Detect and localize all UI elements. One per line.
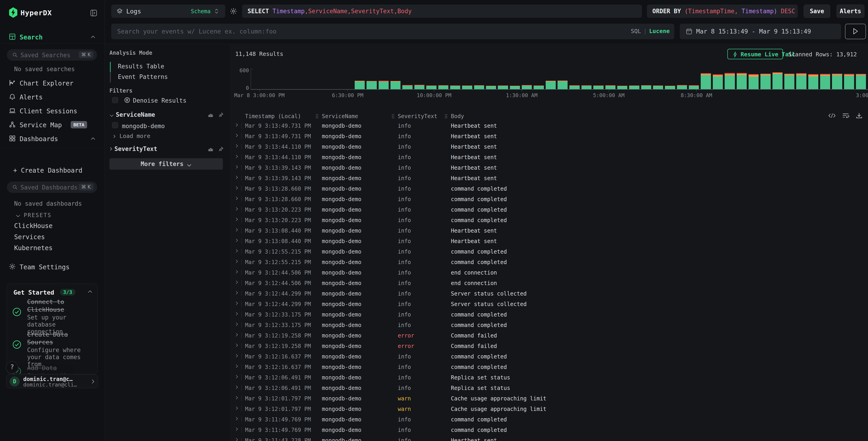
table-row[interactable]: Mar 9 3:13:44.110 PMmongodb-demoinfoHear… (231, 152, 868, 163)
table-row[interactable]: Mar 9 3:12:19.258 PMmongodb-demoerrorCom… (231, 330, 868, 341)
column-timestamp[interactable]: Timestamp (Local) (245, 113, 301, 119)
table-row[interactable]: Mar 9 3:12:16.637 PMmongodb-demoinfocomm… (231, 351, 868, 362)
expand-chevron-icon[interactable] (235, 322, 239, 326)
expand-chevron-icon[interactable] (235, 427, 239, 432)
more-filters-button[interactable]: More filters (110, 158, 223, 170)
bar-chart-icon[interactable] (208, 146, 214, 152)
expand-chevron-icon[interactable] (235, 437, 239, 441)
sidebar-item-team-settings[interactable]: Team Settings (0, 260, 105, 273)
wrap-lines-icon[interactable] (842, 112, 849, 119)
table-row[interactable]: Mar 9 3:12:44.506 PMmongodb-demoinfoend … (231, 278, 868, 288)
expand-chevron-icon[interactable] (235, 165, 239, 169)
expand-chevron-icon[interactable] (235, 312, 239, 316)
table-row[interactable]: Mar 9 3:13:08.440 PMmongodb-demoinfoHear… (231, 225, 868, 236)
drag-handle-icon[interactable] (392, 114, 395, 119)
sidebar-item-dashboards[interactable]: Dashboards (0, 132, 105, 145)
lucene-search-input[interactable]: Search your events w/ Lucene ex. column:… (111, 24, 674, 39)
sidebar-collapse-icon[interactable] (90, 9, 98, 17)
servicename-option-checkbox[interactable] (112, 122, 118, 128)
expand-chevron-icon[interactable] (235, 332, 239, 337)
table-row[interactable]: Mar 9 3:13:20.223 PMmongodb-demoinfocomm… (231, 215, 868, 225)
orderby-input[interactable]: ORDER BY (TimestampTime, Timestamp) DESC (647, 5, 798, 18)
table-row[interactable]: Mar 9 3:12:33.175 PMmongodb-demoinfocomm… (231, 320, 868, 330)
expand-chevron-icon[interactable] (235, 133, 239, 138)
date-range-picker[interactable]: Mar 8 15:13:49 - Mar 9 15:13:49 (680, 24, 841, 39)
table-row[interactable]: Mar 9 3:11:49.769 PMmongodb-demoinfocomm… (231, 414, 868, 424)
expand-chevron-icon[interactable] (235, 259, 239, 264)
save-button[interactable]: Save (804, 5, 830, 18)
expand-chevron-icon[interactable] (235, 343, 239, 348)
table-row[interactable]: Mar 9 3:12:44.506 PMmongodb-demoinfoend … (231, 267, 868, 278)
servicename-option-label[interactable]: mongodb-demo (122, 123, 165, 129)
presets-header[interactable]: PRESETS (16, 212, 52, 218)
chevron-up-icon[interactable] (87, 290, 93, 293)
denoise-label[interactable]: Denoise Results (133, 97, 186, 104)
analysis-option-results-table[interactable]: Results Table (118, 63, 164, 70)
expand-chevron-icon[interactable] (235, 406, 239, 410)
expand-chevron-icon[interactable] (235, 269, 239, 274)
expand-chevron-icon[interactable] (235, 154, 239, 159)
sidebar-item-alerts[interactable]: Alerts (0, 90, 105, 103)
bar-chart-icon[interactable] (208, 112, 214, 118)
table-row[interactable]: Mar 9 3:13:08.440 PMmongodb-demoinfoHear… (231, 236, 868, 246)
table-row[interactable]: Mar 9 3:13:28.660 PMmongodb-demoinfocomm… (231, 183, 868, 194)
lucene-option[interactable]: Lucene (649, 28, 670, 34)
help-button[interactable]: ? (6, 361, 18, 374)
expand-chevron-icon[interactable] (235, 186, 239, 190)
table-row[interactable]: Mar 9 3:13:28.660 PMmongodb-demoinfocomm… (231, 194, 868, 204)
expand-chevron-icon[interactable] (235, 291, 239, 295)
table-row[interactable]: Mar 9 3:13:39.143 PMmongodb-demoinfoHear… (231, 173, 868, 183)
filter-group-severitytext[interactable]: SeverityText (110, 145, 157, 152)
table-row[interactable]: Mar 9 3:13:49.731 PMmongodb-demoinfoHear… (231, 120, 868, 131)
table-row[interactable]: Mar 9 3:12:06.491 PMmongodb-demoinfoRepl… (231, 383, 868, 393)
select-query-input[interactable]: SELECT Timestamp,ServiceName,SeverityTex… (242, 5, 642, 18)
column-body[interactable]: Body (451, 113, 464, 119)
table-row[interactable]: Mar 9 3:13:39.143 PMmongodb-demoinfoHear… (231, 163, 868, 173)
table-row[interactable]: Mar 9 3:12:33.175 PMmongodb-demoinfocomm… (231, 309, 868, 320)
table-row[interactable]: Mar 9 3:12:16.637 PMmongodb-demoinfocomm… (231, 362, 868, 372)
saved-dashboards-input[interactable]: Saved Dashboards ⌘ K (7, 181, 97, 193)
pin-icon[interactable] (218, 146, 224, 152)
expand-chevron-icon[interactable] (235, 353, 239, 358)
table-row[interactable]: Mar 9 3:12:01.797 PMmongodb-demowarnCach… (231, 393, 868, 404)
table-row[interactable]: Mar 9 3:12:01.797 PMmongodb-demowarnCach… (231, 404, 868, 414)
code-view-icon[interactable] (828, 112, 836, 119)
expand-chevron-icon[interactable] (235, 248, 239, 253)
expand-chevron-icon[interactable] (235, 123, 239, 127)
preset-services[interactable]: Services (14, 233, 45, 241)
chevron-up-icon[interactable] (90, 137, 96, 141)
expand-chevron-icon[interactable] (235, 228, 239, 232)
expand-chevron-icon[interactable] (235, 207, 239, 211)
download-icon[interactable] (856, 112, 863, 119)
table-row[interactable]: Mar 9 3:12:19.258 PMmongodb-demoerrorCom… (231, 341, 868, 351)
table-row[interactable]: Mar 9 3:12:55.215 PMmongodb-demoinfocomm… (231, 246, 868, 257)
table-row[interactable]: Mar 9 3:12:44.299 PMmongodb-demoinfoServ… (231, 299, 868, 309)
expand-chevron-icon[interactable] (235, 217, 239, 222)
source-settings-gear-icon[interactable] (229, 7, 237, 15)
table-row[interactable]: Mar 9 3:12:44.299 PMmongodb-demoinfoServ… (231, 288, 868, 299)
drag-handle-icon[interactable] (315, 114, 319, 119)
expand-chevron-icon[interactable] (235, 175, 239, 180)
run-query-button[interactable] (845, 24, 866, 39)
filter-group-servicename[interactable]: ServiceName (110, 111, 155, 118)
expand-chevron-icon[interactable] (235, 144, 239, 148)
sql-option[interactable]: SQL (631, 28, 641, 34)
drag-handle-icon[interactable] (444, 114, 448, 119)
user-profile-card[interactable]: D dominic.tran@c… dominic.tran@cli… (6, 375, 98, 388)
table-row[interactable]: Mar 9 3:13:20.223 PMmongodb-demoinfocomm… (231, 204, 868, 215)
create-dashboard-button[interactable]: + Create Dashboard (13, 167, 82, 174)
sidebar-item-search[interactable]: Search (0, 31, 105, 43)
sidebar-item-client-sessions[interactable]: Client Sessions (0, 105, 105, 117)
expand-chevron-icon[interactable] (235, 301, 239, 305)
table-row[interactable]: Mar 9 3:11:49.769 PMmongodb-demoinfocomm… (231, 424, 868, 435)
saved-searches-input[interactable]: Saved Searches ⌘ K (7, 49, 97, 61)
expand-chevron-icon[interactable] (235, 280, 239, 285)
denoise-checkbox[interactable] (112, 97, 118, 103)
language-toggle[interactable]: SQL|Lucene (631, 28, 670, 34)
table-row[interactable]: Mar 9 3:12:06.491 PMmongodb-demoinfoRepl… (231, 372, 868, 383)
expand-chevron-icon[interactable] (235, 416, 239, 421)
table-row[interactable]: Mar 9 3:13:49.731 PMmongodb-demoinfoHear… (231, 131, 868, 141)
expand-chevron-icon[interactable] (235, 238, 239, 243)
column-servicename[interactable]: ServiceName (322, 113, 358, 119)
pin-icon[interactable] (218, 112, 224, 118)
